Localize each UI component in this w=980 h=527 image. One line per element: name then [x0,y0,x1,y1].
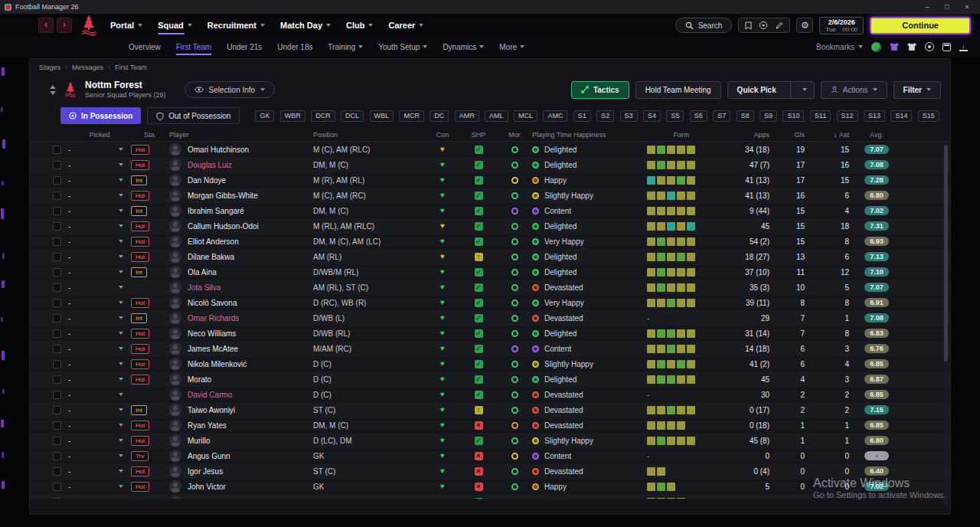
bookmarks-dropdown[interactable]: Bookmarks [816,43,863,51]
table-row[interactable]: - Hol Nicolò Savona D (RC), WB (R) ♥ ✓ V… [30,295,950,310]
position-filter-amr[interactable]: AMR [455,110,479,122]
close-button[interactable]: × [957,3,977,11]
picked-dropdown[interactable]: - [68,467,131,476]
picked-dropdown[interactable]: - [68,161,131,169]
table-row[interactable]: - Hol Igor Jesus ST (C) ♥ × Devastated 0… [30,463,950,479]
position-filter-s3[interactable]: S3 [620,110,638,122]
position-filter-s6[interactable]: S6 [690,110,707,122]
row-checkbox[interactable] [53,467,61,476]
table-row[interactable]: - Hol Nikola Milenković D (C) ♥ ✓ Slight… [30,356,950,372]
table-row[interactable]: - Int Taiwo Awoniyi ST (C) ♥ ↑ Devastate… [30,402,950,417]
table-row[interactable]: - Hol James McAtee M/AM (RC) ♥ ✓ Content… [30,341,950,356]
picked-dropdown[interactable]: - [68,498,131,499]
table-row[interactable]: - Hol Elliot Anderson DM, M (C), AM (LC)… [30,234,950,249]
breadcrumb-item[interactable]: Stages [39,64,60,71]
continue-button[interactable]: Continue [870,17,971,34]
picked-dropdown[interactable]: - [68,314,131,322]
position-filter-s14[interactable]: S14 [890,110,912,122]
picked-dropdown[interactable]: - [68,268,131,277]
table-row[interactable]: - Hol Douglas Luiz DM, M (C) ♥ ✓ Delight… [30,157,950,172]
picked-dropdown[interactable]: - [68,406,131,414]
position-filter-s1[interactable]: S1 [573,110,591,122]
column-header-con[interactable]: Con [425,131,460,139]
table-row[interactable]: - ♥ ✓ [30,494,950,499]
pencil-icon[interactable] [775,21,783,30]
picked-dropdown[interactable]: - [68,421,131,430]
picked-dropdown[interactable]: - [68,146,131,154]
column-header-gls[interactable]: Gls [769,131,805,139]
row-checkbox[interactable] [53,299,61,307]
player-name[interactable]: Dilane Bakwa [188,253,234,261]
tab-training[interactable]: Training [328,39,363,55]
picked-dropdown[interactable]: - [68,207,131,215]
picked-dropdown[interactable]: - [68,176,131,185]
position-filter-dcl[interactable]: DCL [341,110,364,122]
player-name[interactable]: Neco Williams [188,329,236,338]
position-filter-s8[interactable]: S8 [737,110,754,122]
search-button[interactable]: Search [675,18,733,33]
position-filter-s10[interactable]: S10 [782,110,804,122]
row-checkbox[interactable] [53,452,61,460]
player-name[interactable]: Jota Silva [188,283,220,292]
row-checkbox[interactable] [53,146,61,154]
quick-pick-button[interactable]: Quick Pick [727,81,815,99]
column-header-picked[interactable]: Picked [68,131,131,139]
position-filter-dc[interactable]: DC [430,110,449,122]
table-row[interactable]: - Jota Silva AM (RL), ST (C) ♥ ✓ Devasta… [30,280,950,295]
column-header-playing-time-happiness[interactable]: Playing Time Happiness [532,131,639,139]
row-checkbox[interactable] [53,345,61,353]
column-header-sta-[interactable]: Sta. [131,131,169,139]
nav-menu-portal[interactable]: Portal [110,18,142,33]
match-ball-icon[interactable] [871,42,881,52]
row-checkbox[interactable] [53,329,61,338]
collapse-toggle[interactable] [50,85,56,95]
table-row[interactable]: - Hol Murillo D (LC), DM ♥ ✓ Slightly Ha… [30,433,950,448]
picked-dropdown[interactable]: - [68,253,131,261]
row-checkbox[interactable] [53,406,61,414]
player-name[interactable]: Murillo [188,437,210,445]
position-filter-s9[interactable]: S9 [760,110,777,122]
quick-pick-menu-toggle[interactable] [795,88,814,91]
nav-menu-career[interactable]: Career [388,18,423,33]
picked-dropdown[interactable]: - [68,237,131,246]
row-checkbox[interactable] [53,253,61,261]
position-filter-mcl[interactable]: MCL [514,110,537,122]
position-filter-mcr[interactable]: MCR [399,110,424,122]
nav-menu-squad[interactable]: Squad [158,18,192,33]
player-name[interactable]: Nicolò Savona [188,299,237,307]
kit-outline-icon[interactable] [907,43,916,51]
table-scrollbar[interactable] [944,145,948,506]
picked-dropdown[interactable]: - [68,191,131,200]
tab-youth-setup[interactable]: Youth Setup [378,39,427,55]
table-row[interactable]: - Hol Ryan Yates DM, M (C) ♥ × Devastate… [30,417,950,433]
row-checkbox[interactable] [53,483,61,491]
table-row[interactable]: - Hol Morato D (C) ♥ ✓ Delighted 45 4 3 … [30,372,950,387]
player-name[interactable]: Morgan Gibbs-White [188,191,258,200]
column-header-player[interactable]: Player [169,131,313,139]
player-name[interactable]: Omar Richards [188,314,239,322]
calendar-icon[interactable] [942,43,951,51]
position-filter-s4[interactable]: S4 [643,110,661,122]
position-filter-aml[interactable]: AML [485,110,508,122]
row-checkbox[interactable] [53,207,61,215]
tab-overview[interactable]: Overview [129,39,161,55]
position-filter-gk[interactable]: GK [255,110,274,122]
picked-dropdown[interactable]: - [68,483,131,491]
nav-menu-club[interactable]: Club [346,18,373,33]
picked-dropdown[interactable]: - [68,391,131,399]
row-checkbox[interactable] [53,237,61,246]
hold-team-meeting-button[interactable]: Hold Team Meeting [635,81,721,99]
ball-icon[interactable] [759,21,768,30]
tab-in-possession[interactable]: In Possession [60,107,141,124]
tab-under-18s[interactable]: Under 18s [277,39,312,55]
tab-under-21s[interactable]: Under 21s [227,39,262,55]
tab-dynamics[interactable]: Dynamics [443,39,484,55]
player-name[interactable]: Douglas Luiz [188,161,232,169]
table-row[interactable]: - Hol Morgan Gibbs-White M (C), AM (RC) … [30,188,950,203]
position-filter-dcr[interactable]: DCR [311,110,335,122]
nav-menu-recruitment[interactable]: Recruitment [207,18,265,33]
kit-icon[interactable] [890,43,899,51]
player-name[interactable]: David Carmo [188,391,232,399]
player-name[interactable]: John Victor [188,483,226,491]
scrollbar-thumb[interactable] [944,145,948,362]
